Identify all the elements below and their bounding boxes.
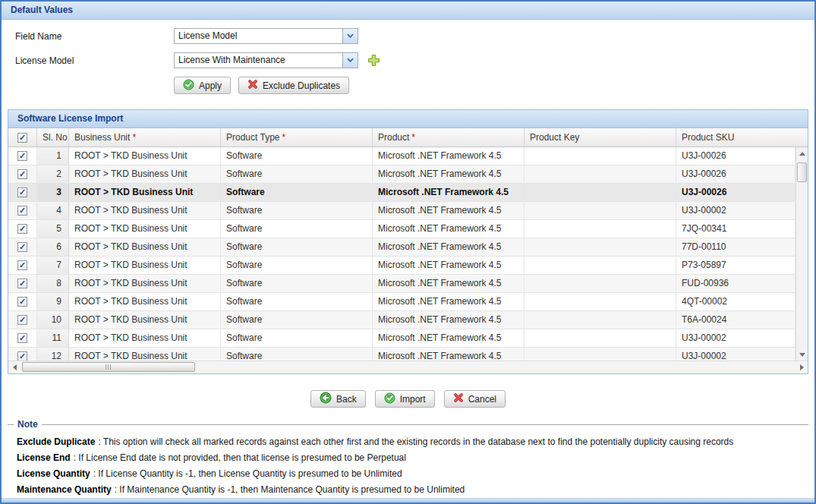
cell-sl-no: 9 [37,293,69,310]
scroll-right-icon[interactable] [796,361,808,373]
chevron-down-icon[interactable] [342,53,358,68]
grid-column-headers: ✓ Sl. No Business Unit* Product Type* Pr… [8,128,808,147]
required-marker: * [132,132,136,143]
cell-product-type: Software [221,165,373,183]
cancel-button-label: Cancel [468,394,496,405]
row-checkbox[interactable]: ✓ [17,315,27,325]
window-bottom-bar [2,498,814,502]
table-row[interactable]: ✓5ROOT > TKD Business UnitSoftwareMicros… [8,220,796,238]
grid-panel-header: Software License Import [8,110,808,128]
cell-product-sku: U3J-00026 [676,165,796,183]
cell-product-sku: U3J-00002 [676,348,796,361]
column-header-product[interactable]: Product* [373,128,525,146]
row-checkbox[interactable]: ✓ [17,351,27,361]
vertical-scrollbar-thumb[interactable] [797,162,807,182]
column-header-product-type[interactable]: Product Type* [221,128,373,146]
import-button-label: Import [400,394,426,405]
license-model-selected-value[interactable]: License With Maintenance [175,53,342,68]
column-header-sl-no[interactable]: Sl. No [37,128,69,146]
row-checkbox[interactable]: ✓ [17,279,27,288]
vertical-scrollbar[interactable] [796,147,808,361]
cell-product-type: Software [221,184,373,201]
table-row[interactable]: ✓1ROOT > TKD Business UnitSoftwareMicros… [8,147,796,165]
scroll-left-icon[interactable] [8,361,20,373]
cell-business-unit: ROOT > TKD Business Unit [69,165,221,183]
table-row[interactable]: ✓4ROOT > TKD Business UnitSoftwareMicros… [8,202,796,220]
cell-sl-no: 1 [37,147,69,165]
back-button-label: Back [336,394,357,405]
cell-product: Microsoft .NET Framework 4.5 [373,238,525,256]
cancel-button[interactable]: Cancel [444,390,506,408]
default-values-title: Default Values [11,5,73,15]
cell-product-sku: U3J-00002 [676,329,796,347]
add-icon[interactable] [367,54,380,67]
field-name-row: Field Name License Model [15,28,814,44]
table-row[interactable]: ✓2ROOT > TKD Business UnitSoftwareMicros… [8,165,796,184]
cell-product-key [525,275,676,292]
row-checkbox-cell: ✓ [8,220,37,238]
field-name-label: Field Name [15,31,174,42]
column-header-business-unit[interactable]: Business Unit* [69,128,221,146]
row-checkbox[interactable]: ✓ [17,260,27,270]
grid-rows: ✓1ROOT > TKD Business UnitSoftwareMicros… [8,147,796,361]
table-row[interactable]: ✓3ROOT > TKD Business UnitSoftwareMicros… [8,184,796,202]
column-header-product-sku[interactable]: Product SKU [676,128,808,146]
column-header-product-key[interactable]: Product Key [525,128,676,146]
cell-sl-no: 4 [37,202,69,219]
cell-product: Microsoft .NET Framework 4.5 [373,348,525,361]
footer-actions: Back Import Cancel [2,390,814,408]
field-name-selected-value[interactable]: License Model [175,29,342,43]
row-checkbox-cell: ✓ [8,184,37,201]
row-checkbox-cell: ✓ [8,257,37,274]
software-license-import-panel: Software License Import ✓ Sl. No Busines… [8,109,808,374]
cell-business-unit: ROOT > TKD Business Unit [69,348,221,361]
note-item: License End: If License End date is not … [17,450,808,466]
row-checkbox[interactable]: ✓ [17,333,27,343]
row-checkbox[interactable]: ✓ [17,297,27,307]
row-checkbox-cell: ✓ [8,329,37,347]
license-model-label: License Model [15,55,174,66]
apply-button[interactable]: Apply [174,77,231,94]
field-name-select[interactable]: License Model [174,28,358,44]
row-checkbox[interactable]: ✓ [17,242,27,252]
horizontal-scrollbar[interactable] [8,361,808,373]
cell-product-key [525,329,676,347]
scroll-down-icon[interactable] [796,348,808,361]
license-model-select[interactable]: License With Maintenance [174,52,358,68]
cell-product-key [525,257,676,274]
cell-product-type: Software [221,238,373,256]
row-checkbox[interactable]: ✓ [17,206,27,216]
table-row[interactable]: ✓9ROOT > TKD Business UnitSoftwareMicros… [8,293,796,311]
table-row[interactable]: ✓11ROOT > TKD Business UnitSoftwareMicro… [8,329,796,348]
default-values-actions: Apply Exclude Duplicates [174,77,814,94]
table-row[interactable]: ✓10ROOT > TKD Business UnitSoftwareMicro… [8,311,796,329]
exclude-duplicates-button[interactable]: Exclude Duplicates [238,77,349,94]
cell-product-sku: U3J-00026 [676,147,796,165]
import-button[interactable]: Import [375,390,435,408]
cell-product: Microsoft .NET Framework 4.5 [373,165,525,183]
scroll-up-icon[interactable] [796,147,808,159]
back-button[interactable]: Back [310,390,366,408]
table-row[interactable]: ✓6ROOT > TKD Business UnitSoftwareMicros… [8,238,796,257]
cell-product-sku: 7JQ-00341 [676,220,796,238]
cell-sl-no: 6 [37,238,69,256]
row-checkbox[interactable]: ✓ [17,151,27,161]
cell-sl-no: 12 [37,348,69,361]
cell-sl-no: 7 [37,257,69,274]
table-row[interactable]: ✓12ROOT > TKD Business UnitSoftwareMicro… [8,348,796,361]
cell-product-type: Software [221,293,373,310]
grid-panel-title: Software License Import [17,113,123,124]
row-checkbox[interactable]: ✓ [17,169,27,179]
row-checkbox[interactable]: ✓ [17,224,27,234]
cell-sl-no: 11 [37,329,69,347]
chevron-down-icon[interactable] [342,29,358,43]
horizontal-scrollbar-thumb[interactable] [22,362,195,372]
table-row[interactable]: ✓7ROOT > TKD Business UnitSoftwareMicros… [8,257,796,275]
note-items: Exclude Duplicate: This option will chec… [17,434,808,498]
row-checkbox[interactable]: ✓ [17,187,27,197]
cell-product: Microsoft .NET Framework 4.5 [373,220,525,238]
select-all-checkbox[interactable]: ✓ [17,133,27,143]
table-row[interactable]: ✓8ROOT > TKD Business UnitSoftwareMicros… [8,275,796,293]
cell-business-unit: ROOT > TKD Business Unit [69,147,221,165]
license-model-row: License Model License With Maintenance [15,52,814,68]
